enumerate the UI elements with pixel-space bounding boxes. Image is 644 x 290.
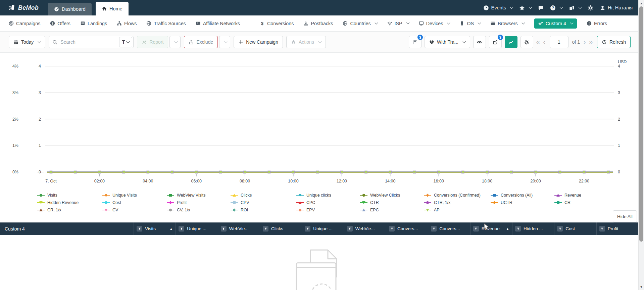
column-header-webvie--5[interactable]: WebVie... [344,222,386,235]
legend-item-conversions-all-[interactable]: Conversions (All) [489,193,533,198]
column-header-unique--4[interactable]: Unique ... [302,222,344,235]
legend-item-epc[interactable]: EPC [359,207,379,213]
legend-item-cpc[interactable]: CPC [295,200,315,205]
user-menu[interactable]: Hi, Наталія [600,5,633,11]
windows-dropdown[interactable] [569,5,581,11]
first-page-button[interactable]: « [536,38,541,46]
filter-icon[interactable] [179,226,184,232]
vertical-scrollbar[interactable]: ▲ ▼ [638,0,644,290]
column-header-unique--1[interactable]: Unique ... [176,222,217,235]
filter-icon[interactable] [305,226,310,232]
exclude-dropdown[interactable] [219,36,230,48]
nav-item-devices[interactable]: Devices [419,21,450,26]
legend-item-epv[interactable]: EPV [295,207,315,213]
legend-item-unique-clicks[interactable]: Unique clicks [295,193,331,198]
column-header-hidden--9[interactable]: Hidden ... [512,222,554,235]
nav-item-flows[interactable]: Flows [117,21,137,26]
favorites-dropdown[interactable] [519,5,532,11]
nav-item-campaigns[interactable]: Campaigns [9,21,40,26]
nav-item-errors[interactable]: Errors [587,21,607,26]
legend-item-profit[interactable]: Profit [165,200,187,205]
legend-item-revenue[interactable]: Revenue [553,193,581,198]
legend-item-ap[interactable]: AP [423,207,440,213]
bemob-logo[interactable]: BeMob [0,4,48,11]
column-header-webvie--2[interactable]: WebVie... [218,222,260,235]
nav-item-landings[interactable]: Landings [80,21,107,26]
filter-icon[interactable] [347,226,353,232]
flag-filter-button[interactable]: $ [409,36,422,48]
filter-icon[interactable] [515,226,521,232]
traffic-filter-dropdown[interactable]: With Tra... [425,36,470,48]
next-page-button[interactable]: › [584,38,587,46]
export-button[interactable]: $ [489,36,502,48]
scroll-up-arrow[interactable]: ▲ [639,0,644,6]
scroll-down-arrow[interactable]: ▼ [639,284,644,290]
filter-icon[interactable] [557,226,563,232]
legend-item-cv[interactable]: CV [101,207,118,213]
search-type-dropdown[interactable]: T [119,37,133,47]
legend-item-cv-1-x[interactable]: CV, 1/x [165,207,190,213]
visibility-button[interactable] [473,36,486,48]
nav-item-offers[interactable]: $Offers [50,21,70,26]
nav-item-os[interactable]: OS [459,21,481,26]
refresh-button[interactable]: Refresh [597,36,631,48]
page-number-input[interactable] [550,36,568,48]
column-header-revenue-8[interactable]: Revenue▲ [470,222,512,235]
legend-item-unique-visits[interactable]: Unique Visits [101,193,137,198]
last-page-button[interactable]: » [589,38,594,46]
nav-item-custom-4[interactable]: Custom 4 [534,18,577,29]
legend-item-ctr[interactable]: CTR [359,200,379,205]
tab-dashboard[interactable]: Dashboard [48,3,92,15]
date-range-button[interactable]: Today [9,36,45,48]
legend-item-cr[interactable]: CR [553,200,571,205]
filter-icon[interactable] [263,226,268,232]
legend-item-hidden-revenue[interactable]: Hidden Revenue [36,200,79,205]
search-input[interactable] [60,39,119,45]
report-button[interactable]: Report [137,36,168,48]
column-header-profit-11[interactable]: Profit [596,222,638,235]
nav-item-isp[interactable]: ISP [387,21,409,26]
nav-item-conversions[interactable]: $Conversions [260,21,294,26]
nav-item-browsers[interactable]: Browsers [490,21,525,26]
exclude-button[interactable]: Exclude [184,36,218,48]
column-header-cost-10[interactable]: Cost [554,222,596,235]
scrollbar-thumb[interactable] [639,6,643,242]
column-header-convers--7[interactable]: Convers... [428,222,470,235]
new-campaign-button[interactable]: New Campaign [234,36,283,48]
legend-item-cr-1-x[interactable]: CR, 1/x [36,207,61,213]
chat-button[interactable] [538,5,544,11]
chart-toggle-button[interactable] [505,36,517,48]
legend-item-clicks[interactable]: Clicks [229,193,252,198]
legend-item-uctr[interactable]: UCTR [489,200,512,205]
filter-icon[interactable] [221,226,227,232]
tab-home[interactable]: Home [96,2,129,15]
events-dropdown[interactable]: Events [483,5,513,11]
legend-item-webview-visits[interactable]: WebView Visits [165,193,205,198]
nav-item-countries[interactable]: Countries [343,21,377,26]
report-dropdown[interactable] [169,36,181,48]
nav-item-traffic-sources[interactable]: Traffic Sources [146,21,186,26]
column-header-convers--6[interactable]: Convers... [386,222,428,235]
legend-item-cpv[interactable]: CPV [229,200,249,205]
legend-item-roi[interactable]: ROI [229,207,248,213]
filter-icon[interactable] [431,226,437,232]
actions-dropdown[interactable]: Actions [286,36,326,48]
group-column-header[interactable]: Custom 4 [0,222,25,235]
table-settings-button[interactable] [521,36,533,48]
column-header-clicks-3[interactable]: Clicks [260,222,302,235]
legend-item-conversions-confirmed-[interactable]: Conversions (Confirmed) [423,193,481,198]
legend-item-webview-clicks[interactable]: WebView Clicks [359,193,400,198]
help-dropdown[interactable]: ? [550,5,562,11]
settings-button[interactable] [588,5,593,11]
legend-item-visits[interactable]: Visits [36,193,57,198]
column-header-visits-0[interactable]: Visits▲ [134,222,176,235]
nav-item-affiliate-networks[interactable]: Affiliate Networks [196,21,240,26]
filter-icon[interactable] [473,226,479,232]
legend-item-cost[interactable]: Cost [101,200,121,205]
nav-item-postbacks[interactable]: Postbacks [303,21,333,26]
prev-page-button[interactable]: ‹ [543,38,546,46]
filter-icon[interactable] [599,226,605,232]
filter-icon[interactable] [389,226,395,232]
filter-icon[interactable] [137,226,142,232]
hide-all-button[interactable]: Hide All [613,210,637,222]
